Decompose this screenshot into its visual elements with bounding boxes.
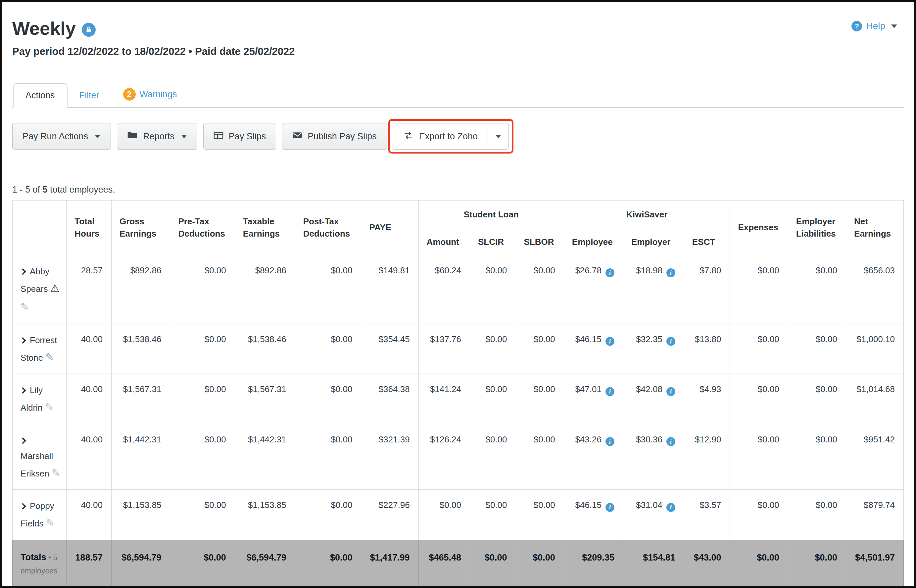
help-label: Help [866,21,885,31]
cell-kiwisaver-employer: $30.36i [623,424,684,489]
cell-value: $1,000.10 [856,334,895,344]
cell-value: 28.57 [81,265,103,275]
tab-actions[interactable]: Actions [13,83,68,108]
expand-row-chevron-icon[interactable] [19,438,26,444]
total-employer-liabilities: $0.00 [788,540,846,588]
info-icon[interactable]: i [605,387,614,396]
cell-value: $0.00 [205,500,226,510]
cell-value: $30.36 [636,435,662,444]
edit-employee-icon[interactable]: ✎ [46,517,55,529]
column-header-expenses: Expenses [730,200,788,255]
export-to-zoho-dropdown-button[interactable] [488,123,509,150]
publish-pay-slips-button[interactable]: Publish Pay Slips [282,123,387,150]
cell-net-earnings: $656.03 [846,255,904,324]
cell-expenses: $0.00 [730,324,788,374]
expand-row-chevron-icon[interactable] [19,387,26,394]
cell-value: $46.15 [575,500,602,510]
page: ? Help Weekly Pay period 12/02/2022 to 1… [0,0,916,588]
info-icon[interactable]: i [605,337,614,346]
cell-value: $0.00 [331,435,352,444]
cell-kiwisaver-employee: $46.15i [564,490,623,540]
cell-value: $141.24 [430,384,461,394]
info-icon[interactable]: i [667,337,675,346]
cell-student-loan-slcir: $0.00 [470,490,516,540]
cell-value: $18.98 [636,265,662,275]
info-icon[interactable]: i [605,503,614,512]
cell-pre-tax-deductions: $0.00 [170,490,235,540]
cell-post-tax-deductions: $0.00 [295,424,361,489]
pay-run-actions-button[interactable]: Pay Run Actions [12,123,111,150]
cell-value: $354.45 [379,334,410,344]
expand-row-chevron-icon[interactable] [19,268,26,275]
cell-student-loan-slbor: $0.00 [516,424,564,489]
employee-count-summary: 1 - 5 of 5 total employees. [12,185,904,195]
cell-kiwisaver-employee: $47.01i [564,374,623,424]
employee-name: Marshall Eriksen [21,451,53,478]
total-taxable-earnings: $6,594.79 [235,540,295,588]
cell-value: $0.00 [758,435,779,444]
edit-employee-icon[interactable]: ✎ [21,301,29,313]
lock-icon [82,23,95,37]
total-kiwisaver-employee: $209.35 [564,540,623,588]
group-header-kiwisaver: KiwiSaver [564,200,730,229]
total-pre-tax-deductions: $0.00 [170,540,235,588]
expand-row-chevron-icon[interactable] [19,503,26,510]
info-icon[interactable]: i [667,387,675,396]
reports-button[interactable]: Reports [117,123,197,150]
cell-student-loan-slcir: $0.00 [470,374,516,424]
total-paye: $1,417.99 [361,540,418,588]
tab-filter[interactable]: Filter [68,84,111,107]
cell-esct: $4.93 [684,374,730,424]
cell-value: $0.00 [534,334,555,344]
pay-slips-button[interactable]: Pay Slips [203,123,277,150]
column-header-employer: Employer [623,229,684,255]
employee-cell: Poppy Fields ✎ [13,490,66,540]
column-header-paye: PAYE [361,200,418,255]
total-gross-earnings: $6,594.79 [111,540,170,588]
pay-period-subtitle: Pay period 12/02/2022 to 18/02/2022 • Pa… [12,46,904,58]
edit-employee-icon[interactable]: ✎ [45,351,54,363]
cell-value: 40.00 [81,435,103,444]
info-icon[interactable]: i [667,503,675,512]
info-icon[interactable]: i [605,437,614,446]
employee-cell: Lily Aldrin ✎ [13,374,66,424]
export-to-zoho-group: Export to Zoho [393,123,509,150]
table-row: Abby Spears ⚠ ✎28.57$892.86$0.00$892.86$… [13,255,904,324]
edit-employee-icon[interactable]: ✎ [45,401,53,413]
export-to-zoho-button[interactable]: Export to Zoho [393,123,488,150]
total-expenses: $0.00 [730,540,788,588]
cell-esct: $13.80 [684,324,730,374]
cell-gross-earnings: $892.86 [111,255,170,324]
cell-student-loan-slbor: $0.00 [516,374,564,424]
info-icon[interactable]: i [667,268,675,277]
table-row: Forrest Stone ✎40.00$1,538.46$0.00$1,538… [13,324,904,374]
totals-label-cell: Totals • 5 employees [13,540,66,588]
cell-value: $1,153.85 [123,500,162,510]
cell-expenses: $0.00 [730,255,788,324]
tab-warnings[interactable]: 2 Warnings [111,81,189,107]
export-sync-icon [403,131,414,142]
expand-row-chevron-icon[interactable] [19,337,26,344]
cell-value: $892.86 [130,265,161,275]
cell-value: $4.93 [699,384,721,394]
table-row: Marshall Eriksen ✎40.00$1,442.31$0.00$1,… [13,424,904,489]
info-icon[interactable]: i [667,437,675,446]
cell-expenses: $0.00 [730,424,788,489]
warning-icon[interactable]: ⚠ [50,282,60,294]
cell-value: $12.90 [695,435,721,444]
column-header-amount: Amount [418,229,470,255]
cell-student-loan-slbor: $0.00 [516,324,564,374]
edit-employee-icon[interactable]: ✎ [52,467,60,479]
pay-run-actions-label: Pay Run Actions [23,131,88,142]
info-icon[interactable]: i [605,268,614,277]
total-kiwisaver-employer: $154.81 [623,540,684,588]
cell-pre-tax-deductions: $0.00 [170,255,235,324]
cell-value: $0.00 [205,334,226,344]
employees-table: Total HoursGross EarningsPre-Tax Deducti… [12,200,904,588]
cell-taxable-earnings: $1,538.46 [235,324,295,374]
total-total-hours: 188.57 [66,540,112,588]
cell-value: $0.00 [816,334,837,344]
reports-label: Reports [143,131,175,142]
help-menu[interactable]: ? Help [851,21,897,31]
column-header-employer-liabilities: Employer Liabilities [788,200,846,255]
